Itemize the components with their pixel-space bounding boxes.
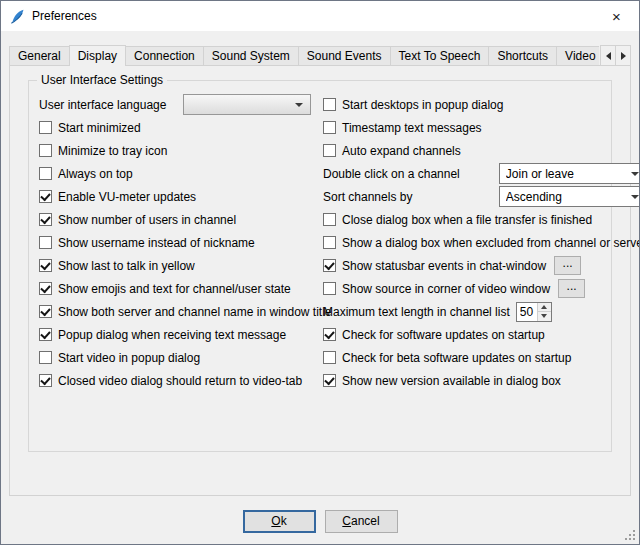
checkbox-label: Timestamp text messages	[342, 121, 482, 135]
chevron-right-icon	[621, 52, 626, 60]
tab-general[interactable]: General	[9, 46, 70, 66]
checkbox-row-timestamp-messages[interactable]: Timestamp text messages	[323, 116, 640, 139]
checkbox[interactable]	[323, 374, 336, 387]
max-text-length-row: Maximum text length in channel list	[323, 300, 640, 323]
checkbox-row-close-on-transfer[interactable]: Close dialog box when a file transfer is…	[323, 208, 640, 231]
checkbox[interactable]	[323, 144, 336, 157]
checkbox-row-new-version-dialog[interactable]: Show new version available in dialog box	[323, 369, 640, 392]
close-icon: ×	[612, 8, 621, 25]
checkbox[interactable]	[39, 282, 52, 295]
max-text-length-input[interactable]	[517, 303, 537, 321]
spinner-buttons	[537, 303, 551, 321]
checkbox-label: Start desktops in popup dialog	[342, 98, 503, 112]
statusbar-events-browse-button[interactable]: ...	[554, 256, 581, 275]
chevron-down-icon	[295, 103, 303, 107]
tab-text-to-speech[interactable]: Text To Speech	[390, 46, 490, 66]
checkbox-row-last-talk-yellow[interactable]: Show last to talk in yellow	[39, 254, 311, 277]
checkbox[interactable]	[323, 282, 336, 295]
max-text-length-label: Maximum text length in channel list	[323, 305, 510, 319]
checkbox[interactable]	[323, 98, 336, 111]
chevron-down-icon	[631, 172, 639, 176]
checkbox[interactable]	[39, 328, 52, 341]
checkbox[interactable]	[39, 167, 52, 180]
checkbox[interactable]	[39, 351, 52, 364]
ok-button[interactable]: Ok	[243, 510, 316, 533]
max-text-length-spinner[interactable]	[516, 302, 552, 322]
resize-grip[interactable]	[623, 528, 636, 541]
preferences-dialog: Preferences × General Display Connection…	[0, 0, 640, 545]
checkbox-row-video-popup[interactable]: Start video in popup dialog	[39, 346, 311, 369]
tab-connection[interactable]: Connection	[125, 46, 204, 66]
chevron-up-icon	[541, 305, 547, 309]
checkbox[interactable]	[323, 121, 336, 134]
sort-channels-label: Sort channels by	[323, 190, 412, 204]
tab-sound-events[interactable]: Sound Events	[298, 46, 391, 66]
checkbox-row-closed-video-return[interactable]: Closed video dialog should return to vid…	[39, 369, 311, 392]
video-source-browse-button[interactable]: ...	[558, 279, 585, 298]
tab-sound-system[interactable]: Sound System	[203, 46, 299, 66]
double-click-row: Double click on a channel Join or leave	[323, 162, 640, 185]
checkbox-row-software-updates[interactable]: Check for software updates on startup	[323, 323, 640, 346]
checkbox[interactable]	[39, 374, 52, 387]
ok-label: Ok	[271, 514, 286, 528]
checkbox-row-auto-expand[interactable]: Auto expand channels	[323, 139, 640, 162]
checkbox-row-beta-updates[interactable]: Check for beta software updates on start…	[323, 346, 640, 369]
tab-shortcuts[interactable]: Shortcuts	[488, 46, 557, 66]
checkbox[interactable]	[323, 351, 336, 364]
checkbox-row-popup-text-message[interactable]: Popup dialog when receiving text message	[39, 323, 311, 346]
ui-settings-group: User Interface Settings User interface l…	[28, 80, 612, 452]
checkbox-label: Start video in popup dialog	[58, 351, 200, 365]
tab-display[interactable]: Display	[69, 45, 126, 66]
double-click-combo[interactable]: Join or leave	[499, 163, 640, 184]
language-label: User interface language	[39, 98, 166, 112]
checkbox[interactable]	[39, 213, 52, 226]
checkbox-row-always-on-top[interactable]: Always on top	[39, 162, 311, 185]
app-icon	[9, 8, 26, 25]
tab-video[interactable]: Video	[556, 46, 599, 66]
sort-channels-combo[interactable]: Ascending	[499, 186, 640, 207]
chevron-left-icon	[606, 52, 611, 60]
checkbox[interactable]	[39, 305, 52, 318]
cancel-button[interactable]: Cancel	[325, 510, 398, 533]
checkbox-label: Check for beta software updates on start…	[342, 351, 571, 365]
checkbox-row-emojis-text[interactable]: Show emojis and text for channel/user st…	[39, 277, 311, 300]
titlebar[interactable]: Preferences ×	[1, 1, 639, 31]
checkbox-row-server-channel-title[interactable]: Show both server and channel name in win…	[39, 300, 311, 323]
checkbox[interactable]	[323, 236, 336, 249]
checkbox-row-vu-meter[interactable]: Enable VU-meter updates	[39, 185, 311, 208]
spinner-down-button[interactable]	[538, 311, 551, 321]
checkbox[interactable]	[39, 121, 52, 134]
checkbox-label: Check for software updates on startup	[342, 328, 545, 342]
checkbox-label: Start minimized	[58, 121, 141, 135]
checkbox-row-start-minimized[interactable]: Start minimized	[39, 116, 311, 139]
checkbox-row-desktops-popup[interactable]: Start desktops in popup dialog	[323, 93, 640, 116]
checkbox[interactable]	[323, 213, 336, 226]
checkbox-label: Minimize to tray icon	[58, 144, 167, 158]
spinner-up-button[interactable]	[538, 303, 551, 312]
checkbox[interactable]	[39, 144, 52, 157]
checkbox-row-minimize-to-tray[interactable]: Minimize to tray icon	[39, 139, 311, 162]
checkbox[interactable]	[39, 236, 52, 249]
checkbox-row-username-instead[interactable]: Show username instead of nickname	[39, 231, 311, 254]
window-title: Preferences	[32, 9, 594, 23]
language-combo[interactable]	[183, 94, 311, 115]
checkbox-label: Show new version available in dialog box	[342, 374, 561, 388]
checkbox[interactable]	[39, 259, 52, 272]
tab-bar: General Display Connection Sound System …	[9, 44, 631, 66]
checkbox-row-excluded-dialog[interactable]: Show a dialog box when excluded from cha…	[323, 231, 640, 254]
tab-scroll-left-button[interactable]	[600, 45, 616, 66]
tab-strip: General Display Connection Sound System …	[9, 44, 599, 66]
footer: Ok Cancel	[1, 496, 639, 544]
statusbar-events-row[interactable]: Show statusbar events in chat-window ...	[323, 254, 640, 277]
close-button[interactable]: ×	[594, 1, 639, 31]
checkbox[interactable]	[323, 328, 336, 341]
cancel-label: Cancel	[342, 514, 379, 528]
checkbox[interactable]	[323, 259, 336, 272]
checkbox-row-user-count[interactable]: Show number of users in channel	[39, 208, 311, 231]
tab-scroll-right-button[interactable]	[615, 45, 631, 66]
sort-channels-row: Sort channels by Ascending	[323, 185, 640, 208]
checkbox[interactable]	[39, 190, 52, 203]
video-source-row[interactable]: Show source in corner of video window ..…	[323, 277, 640, 300]
checkbox-label: Show source in corner of video window	[342, 282, 550, 296]
display-tab-page: User Interface Settings User interface l…	[9, 65, 631, 496]
